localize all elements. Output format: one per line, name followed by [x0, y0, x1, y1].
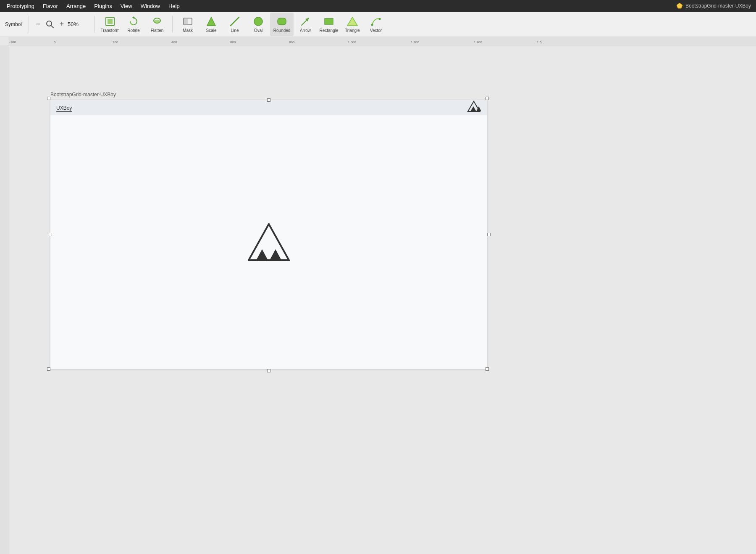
tool-mask[interactable]: Mask — [176, 13, 200, 36]
artboard-title-text: UXBoy — [56, 105, 72, 112]
artboard-label-area: BootstrapGrid-master-UXBoy UXBoy — [50, 92, 487, 371]
artboard-logo-icon — [466, 100, 481, 115]
handle-mid-left[interactable] — [49, 233, 52, 236]
tool-line[interactable]: Line — [223, 13, 247, 36]
zoom-in-button[interactable]: + — [58, 20, 66, 29]
mask-label: Mask — [183, 28, 193, 33]
ruler-mark-400: 400 — [171, 40, 177, 44]
menu-prototyping[interactable]: Prototyping — [3, 2, 38, 10]
artboard-label: BootstrapGrid-master-UXBoy — [50, 92, 487, 98]
zoom-icon — [45, 19, 55, 29]
scale-label: Scale — [206, 28, 217, 33]
svg-rect-13 — [278, 18, 286, 25]
oval-icon — [252, 16, 264, 27]
tool-rectangle[interactable]: Rectangle — [317, 13, 341, 36]
ruler-mark-1400: 1,400 — [474, 40, 482, 44]
menu-plugins[interactable]: Plugins — [91, 2, 116, 10]
file-title: BootstrapGrid-master-UXBoy — [685, 3, 751, 9]
menu-view[interactable]: View — [117, 2, 136, 10]
symbol-label: Symbol — [5, 21, 22, 27]
ruler-mark-1200: 1,200 — [411, 40, 419, 44]
ruler-mark-600: 600 — [230, 40, 236, 44]
tool-transform[interactable]: Transform — [98, 13, 122, 36]
toolbar-divider-3 — [172, 16, 173, 33]
svg-marker-24 — [249, 224, 289, 260]
handle-top-right[interactable] — [486, 97, 489, 100]
svg-marker-5 — [132, 16, 135, 18]
rounded-icon — [276, 16, 288, 27]
svg-rect-4 — [108, 19, 113, 24]
cursor-pointer — [8, 87, 9, 98]
svg-marker-0 — [677, 3, 682, 8]
tool-oval[interactable]: Oval — [247, 13, 270, 36]
menu-arrange[interactable]: Arrange — [63, 2, 89, 10]
menu-help[interactable]: Help — [165, 2, 183, 10]
rounded-label: Rounded — [273, 28, 291, 33]
artboard[interactable]: UXBoy — [50, 100, 487, 369]
menu-bar: Prototyping Flavor Arrange Plugins View … — [0, 0, 756, 12]
ruler-mark-200: 200 — [113, 40, 118, 44]
scale-icon — [205, 16, 217, 27]
ruler-horizontal: -100 0 200 400 600 800 1,000 1,200 1,400… — [8, 37, 756, 45]
uxboy-center-logo — [248, 223, 290, 261]
triangle-icon — [346, 16, 358, 27]
flatten-icon — [151, 16, 163, 27]
artboard-inner-title: UXBoy — [56, 104, 72, 112]
transform-label: Transform — [100, 28, 119, 33]
artboard-wrapper[interactable]: UXBoy — [50, 100, 487, 369]
toolbar-divider-1 — [29, 16, 29, 33]
rotate-icon — [128, 16, 139, 27]
ruler-mark-800: 800 — [289, 40, 294, 44]
oval-label: Oval — [254, 28, 263, 33]
rectangle-icon — [323, 16, 335, 27]
toolbar-left: Symbol − + 50% — [5, 16, 83, 33]
svg-marker-26 — [270, 249, 281, 260]
svg-line-2 — [51, 25, 54, 28]
tool-triangle[interactable]: Triangle — [341, 13, 364, 36]
canvas-area[interactable]: BootstrapGrid-master-UXBoy UXBoy — [8, 45, 756, 554]
toolbar: Symbol − + 50% Transform Rotate — [0, 12, 756, 37]
tool-rounded[interactable]: Rounded — [270, 13, 294, 36]
svg-point-18 — [371, 24, 373, 26]
tool-flatten[interactable]: Flatten — [145, 13, 169, 36]
rotate-label: Rotate — [127, 28, 139, 33]
svg-rect-16 — [325, 18, 333, 24]
handle-top-mid[interactable] — [267, 98, 270, 102]
artboard-header: UXBoy — [50, 100, 487, 115]
menu-flavor[interactable]: Flavor — [39, 2, 61, 10]
artboard-content — [50, 115, 487, 369]
tool-scale[interactable]: Scale — [200, 13, 223, 36]
zoom-level: 50% — [68, 21, 83, 27]
handle-top-left[interactable] — [47, 97, 50, 100]
tool-rotate[interactable]: Rotate — [122, 13, 145, 36]
arrow-label: Arrow — [300, 28, 311, 33]
svg-marker-17 — [347, 17, 357, 26]
svg-marker-22 — [470, 106, 476, 111]
tool-arrow[interactable]: Arrow — [294, 13, 317, 36]
transform-icon — [104, 16, 116, 27]
toolbar-zoom: − + 50% — [34, 19, 83, 29]
sketch-logo-icon — [676, 3, 683, 9]
rectangle-label: Rectangle — [320, 28, 339, 33]
ruler-mark-neg100: -100 — [9, 40, 16, 44]
flatten-label: Flatten — [151, 28, 164, 33]
zoom-out-button[interactable]: − — [34, 20, 42, 29]
handle-mid-right[interactable] — [487, 233, 491, 236]
handle-bottom-mid[interactable] — [267, 369, 270, 372]
vector-icon — [370, 16, 382, 27]
svg-marker-25 — [256, 249, 268, 260]
ruler-mark-1000: 1,000 — [348, 40, 356, 44]
svg-point-19 — [379, 18, 381, 20]
svg-rect-9 — [184, 18, 188, 25]
toolbar-divider-2 — [94, 16, 95, 33]
line-label: Line — [231, 28, 239, 33]
handle-bottom-right[interactable] — [486, 367, 489, 371]
tool-vector[interactable]: Vector — [364, 13, 388, 36]
menu-window[interactable]: Window — [137, 2, 163, 10]
ruler-mark-1600: 1,6... — [537, 40, 544, 44]
arrow-icon — [299, 16, 311, 27]
ruler-vertical — [0, 45, 8, 554]
line-icon — [229, 16, 241, 27]
handle-bottom-left[interactable] — [47, 367, 50, 371]
svg-point-7 — [154, 20, 160, 23]
